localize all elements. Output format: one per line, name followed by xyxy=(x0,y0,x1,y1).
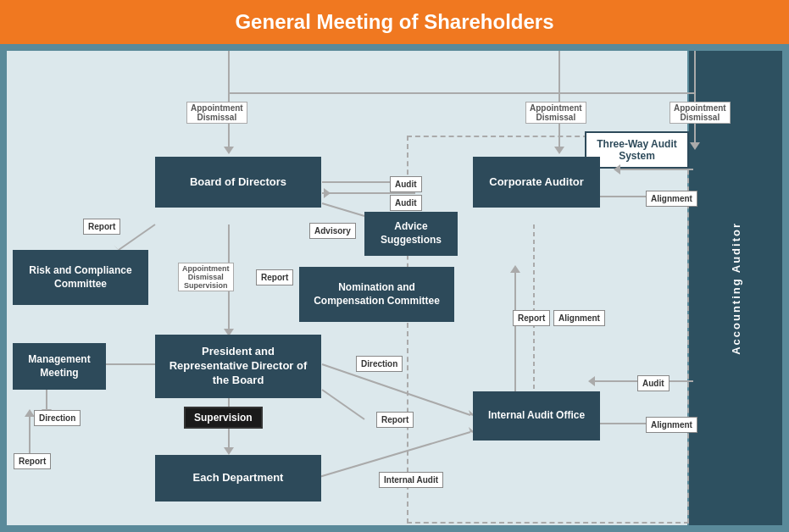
advisory-label: Advisory xyxy=(309,223,356,239)
alignment-label-1: Alignment xyxy=(553,310,605,326)
audit-label-1: Audit xyxy=(390,176,422,192)
risk-compliance-box: Risk and Compliance Committee xyxy=(13,250,148,305)
board-of-directors-box: Board of Directors xyxy=(155,157,321,208)
report-bottom-label: Report xyxy=(14,453,51,469)
page-title: General Meeting of Shareholders xyxy=(235,10,553,33)
main-container: General Meeting of Shareholders Accounti… xyxy=(0,0,789,532)
direction-label-2: Direction xyxy=(34,410,81,426)
advice-suggestions-box: Advice Suggestions xyxy=(364,212,458,256)
alignment-label-3: Alignment xyxy=(646,417,697,433)
accounting-auditor-label: Accounting Auditor xyxy=(730,222,742,355)
appointment-dismissal-left: Appointment Dismissal xyxy=(186,102,247,124)
alignment-label-2: Alignment xyxy=(646,191,697,207)
internal-audit-office-box: Internal Audit Office xyxy=(473,391,600,441)
each-department-box: Each Department xyxy=(155,455,321,502)
corporate-auditor-box: Corporate Auditor xyxy=(473,157,600,208)
report-label-2: Report xyxy=(256,269,293,285)
direction-label-1: Direction xyxy=(356,356,403,372)
report-label-1: Report xyxy=(83,219,120,235)
appointment-dismissal-right: Appointment Dismissal xyxy=(670,102,731,124)
header-banner: General Meeting of Shareholders xyxy=(0,0,789,44)
supervision-label: Supervision xyxy=(184,407,263,429)
audit-label-3: Audit xyxy=(637,375,670,391)
report-label-4: Report xyxy=(513,310,550,326)
report-label-3: Report xyxy=(376,412,414,428)
audit-label-2: Audit xyxy=(390,195,422,211)
nomination-compensation-box: Nomination and Compensation Committee xyxy=(299,267,454,322)
appointment-dismissal-supervision: Appointment Dismissal Supervision xyxy=(178,263,234,291)
three-way-audit-box: Three-Way Audit System xyxy=(585,131,689,169)
president-box: President and Representative Director of… xyxy=(155,335,321,398)
appointment-dismissal-mid: Appointment Dismissal xyxy=(525,102,586,124)
management-meeting-box: Management Meeting xyxy=(13,343,106,390)
internal-audit-label: Internal Audit xyxy=(379,472,443,488)
